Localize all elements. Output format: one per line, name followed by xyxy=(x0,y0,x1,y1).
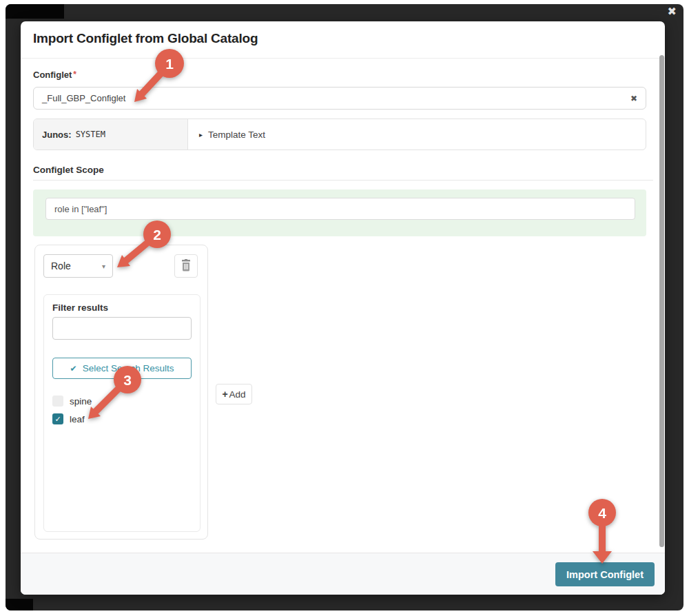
configlet-scope-heading: Configlet Scope xyxy=(33,165,104,175)
trash-icon xyxy=(181,259,192,274)
scope-divider xyxy=(33,180,653,181)
scope-expression-input[interactable]: role in ["leaf"] xyxy=(45,198,635,220)
option-spine[interactable]: ✓ spine xyxy=(52,396,92,407)
configlet-generator-row: Junos: SYSTEM ▸ Template Text xyxy=(33,119,646,150)
generator-os-label: Junos: xyxy=(42,130,72,140)
required-asterisk: * xyxy=(73,70,76,79)
scope-type-value: Role xyxy=(51,260,102,271)
leaf-option-label: leaf xyxy=(70,414,85,424)
generator-section-value: SYSTEM xyxy=(76,130,105,139)
configlet-field-label: Configlet* xyxy=(33,70,76,80)
scrollbar-thumb[interactable] xyxy=(659,55,664,547)
title-divider xyxy=(21,58,665,59)
template-text-toggle[interactable]: ▸ Template Text xyxy=(188,119,646,150)
option-leaf[interactable]: ✓ leaf xyxy=(52,413,85,424)
import-configlet-button[interactable]: Import Configlet xyxy=(555,562,655,586)
caret-right-icon: ▸ xyxy=(199,131,203,138)
scope-type-select[interactable]: Role ▾ xyxy=(43,254,113,278)
scope-builder-card: Role ▾ Filter results xyxy=(34,245,208,540)
configlet-label-text: Configlet xyxy=(33,70,72,80)
leaf-checkbox[interactable]: ✓ xyxy=(52,413,63,424)
backdrop-accent-bottom-left xyxy=(6,599,33,610)
close-icon[interactable]: ✖ xyxy=(666,5,678,19)
plus-icon: + xyxy=(222,389,227,400)
add-scope-button[interactable]: + Add xyxy=(216,384,252,404)
spine-checkbox[interactable]: ✓ xyxy=(52,396,63,407)
checkmark-icon: ✓ xyxy=(54,415,61,424)
modal-title: Import Configlet from Global Catalog xyxy=(33,31,258,46)
select-search-results-label: Select Search Results xyxy=(83,363,174,373)
spine-option-label: spine xyxy=(70,396,92,407)
modal-footer: Import Configlet xyxy=(21,553,665,595)
scope-expression-value: role in ["leaf"] xyxy=(54,204,107,214)
backdrop-accent-top-left xyxy=(6,4,64,19)
chevron-down-icon: ▾ xyxy=(102,263,105,270)
clear-input-icon[interactable]: ✖ xyxy=(630,94,637,103)
check-icon: ✔ xyxy=(70,364,77,373)
delete-scope-button[interactable] xyxy=(174,254,198,278)
add-button-label: Add xyxy=(229,389,246,400)
filter-results-card: Filter results ✔ Select Search Results ✓… xyxy=(43,294,200,532)
configlet-input[interactable]: _Full_GBP_Configlet ✖ xyxy=(33,87,646,110)
filter-results-input[interactable] xyxy=(52,317,192,340)
filter-results-label: Filter results xyxy=(52,302,108,313)
configlet-input-value: _Full_GBP_Configlet xyxy=(42,93,630,103)
import-configlet-modal: Import Configlet from Global Catalog Con… xyxy=(21,21,665,595)
app-backdrop: ✖ Import Configlet from Global Catalog C… xyxy=(6,4,683,610)
generator-os-cell: Junos: SYSTEM xyxy=(34,119,188,150)
select-search-results-button[interactable]: ✔ Select Search Results xyxy=(52,358,192,379)
template-text-label: Template Text xyxy=(208,130,265,140)
